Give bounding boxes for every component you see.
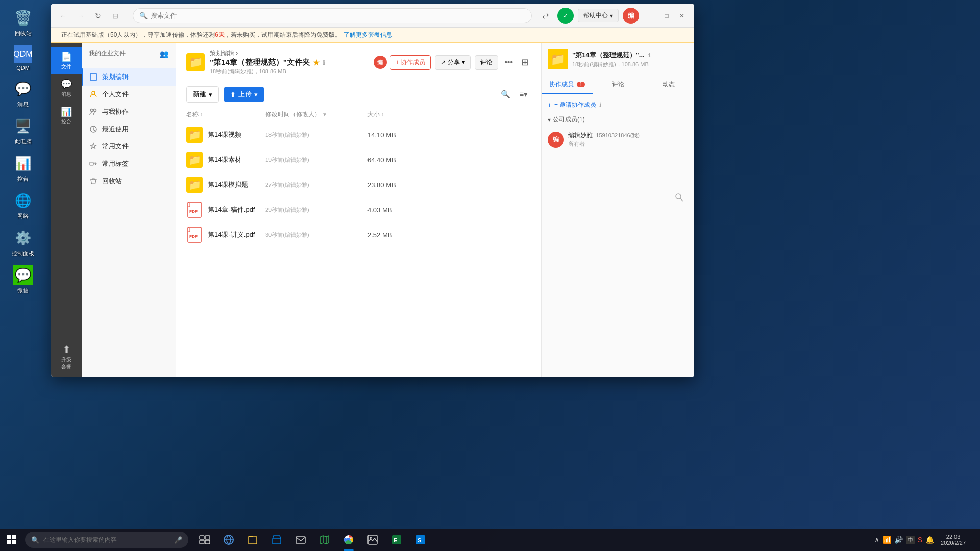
table-row[interactable]: PDF 第14课-讲义.pdf 30秒前(编辑妙雅) 2.52 MB — [176, 222, 541, 247]
nav-item-upgrade[interactable]: ⬆ 升级 套餐 — [51, 340, 82, 377]
nav-item-messages[interactable]: 💬 消息 — [51, 74, 82, 102]
table-row[interactable]: 📁 第14课素材 19秒前(编辑妙雅) 64.40 MB — [176, 147, 541, 172]
close-button[interactable]: ✕ — [675, 9, 689, 23]
rp-info-icon[interactable]: ℹ — [648, 52, 650, 58]
desktop-icon-qdm[interactable]: QDM QDM — [3, 42, 43, 73]
star-icon[interactable]: ★ — [313, 58, 320, 67]
taskbar-app3[interactable]: S — [409, 529, 432, 551]
taskbar-mail[interactable] — [289, 529, 312, 551]
my-company-files[interactable]: 我的企业文件 👥 — [89, 49, 168, 58]
sidebar-item-common[interactable]: 常用文件 — [82, 138, 176, 155]
tray-ime-icon[interactable]: 中 — [906, 536, 915, 544]
add-member-button[interactable]: + 协作成员 — [390, 55, 431, 70]
tray-up-arrow[interactable]: ∧ — [874, 536, 879, 544]
comment-button[interactable]: 评论 — [475, 55, 498, 70]
taskbar-search-input[interactable] — [43, 536, 172, 543]
invite-info-icon[interactable]: ℹ — [599, 102, 601, 108]
col-size-sort[interactable]: ↕ — [381, 112, 384, 117]
taskbar-ie[interactable] — [217, 529, 240, 551]
upload-status-icon[interactable]: ✓ — [557, 8, 574, 24]
rp-tabs: 协作成员 1 评论 动态 — [542, 76, 694, 94]
nav-item-stats[interactable]: 📊 控台 — [51, 102, 82, 130]
sidebar-item-recent[interactable]: 最近使用 — [82, 120, 176, 138]
invite-member-button[interactable]: + + 邀请协作成员 ℹ — [548, 101, 688, 109]
tray-antivirus-icon[interactable]: S — [918, 536, 922, 544]
messages-icon: 💬 — [61, 79, 72, 90]
taskbar-maps[interactable] — [313, 529, 336, 551]
user-avatar[interactable]: 编 — [623, 8, 639, 24]
search-files-button[interactable]: 🔍 — [498, 87, 512, 102]
taskbar-store[interactable] — [265, 529, 288, 551]
file-modified: 19秒前(编辑妙雅) — [265, 156, 368, 164]
forward-button[interactable]: → — [74, 9, 88, 23]
desktop-icon-recycle[interactable]: 🗑️ 回收站 — [3, 5, 43, 40]
personal-icon — [89, 90, 98, 99]
layout-button[interactable]: ⊞ — [519, 55, 531, 70]
upgrade-nav-label: 升级 — [61, 356, 71, 363]
table-row[interactable]: 📁 第14课视频 18秒前(编辑妙雅) 14.10 MB — [176, 122, 541, 147]
mic-icon[interactable]: 🎤 — [174, 536, 182, 544]
file-name-cell: 📁 第14课素材 — [186, 152, 265, 168]
upload-button[interactable]: ⬆ 上传 ▾ — [224, 87, 264, 102]
nav-buttons: ← → ↻ ⊟ — [56, 9, 122, 23]
desktop-icon-message[interactable]: 💬 消息 — [3, 76, 43, 111]
svg-point-2 — [94, 109, 96, 112]
share-button[interactable]: ↗ 分享 ▾ — [435, 55, 471, 70]
tray-notification-icon[interactable]: 🔔 — [925, 536, 934, 544]
home-button[interactable]: ⊟ — [108, 9, 122, 23]
new-label: 新建 — [193, 90, 206, 99]
rp-folder-info: "第14章（整理规范）"... ℹ 18秒前(编辑妙雅)，108.86 MB — [572, 51, 688, 68]
desktop-icon-wechat[interactable]: 💬 微信 — [3, 262, 43, 297]
sidebar-item-collaborate[interactable]: 与我协作 — [82, 103, 176, 120]
tab-activity[interactable]: 动态 — [643, 76, 694, 94]
tab-members-count: 1 — [577, 82, 585, 87]
sync-icon[interactable]: ⇄ — [537, 8, 553, 24]
taskbar-clock[interactable]: 22:03 2020/2/27 — [941, 534, 966, 546]
tab-members[interactable]: 协作成员 1 — [542, 76, 593, 94]
minimize-button[interactable]: ─ — [644, 9, 658, 23]
rp-folder-name: "第14章（整理规范）"... ℹ — [572, 51, 688, 60]
tray-volume-icon[interactable]: 🔊 — [894, 536, 903, 544]
table-row[interactable]: PDF 第14章-稿件.pdf 29秒前(编辑妙雅) 4.03 MB — [176, 197, 541, 222]
control-icon: ⚙️ — [13, 228, 33, 248]
nav-item-files[interactable]: 📄 文件 — [51, 47, 82, 74]
sidebar-item-personal[interactable]: 个人文件 — [82, 86, 176, 103]
desktop-icon-control[interactable]: ⚙️ 控制面板 — [3, 225, 43, 260]
taskbar-task-view[interactable] — [193, 529, 216, 551]
start-button[interactable] — [0, 529, 22, 551]
more-button[interactable]: ••• — [502, 56, 515, 69]
sidebar-item-recycle[interactable]: 回收站 — [82, 172, 176, 190]
tray-network-icon[interactable]: 📶 — [883, 536, 891, 544]
svg-rect-12 — [12, 535, 16, 539]
refresh-button[interactable]: ↻ — [91, 9, 105, 23]
sidebar-item-common-tags[interactable]: 常用标签 — [82, 155, 176, 172]
col-name-sort[interactable]: ↕ — [200, 112, 203, 117]
desktop-icon-network[interactable]: 🌐 网络 — [3, 188, 43, 222]
help-button[interactable]: 帮助中心 ▾ — [578, 9, 619, 22]
maximize-button[interactable]: □ — [659, 9, 674, 23]
info-icon[interactable]: ℹ — [323, 59, 325, 66]
tab-comments[interactable]: 评论 — [593, 76, 644, 94]
view-options-button[interactable]: ≡▾ — [517, 87, 531, 102]
taskbar-explorer[interactable] — [241, 529, 264, 551]
col-modified-sort[interactable]: ▼ — [322, 112, 327, 117]
taskbar-chrome[interactable] — [337, 529, 360, 551]
col-name-label: 名称 — [186, 110, 199, 119]
taskbar-app2[interactable]: E — [385, 529, 408, 551]
sidebar-item-plan-edit[interactable]: 策划编辑 — [82, 68, 176, 86]
back-button[interactable]: ← — [56, 9, 70, 23]
taskbar-app1[interactable] — [361, 529, 384, 551]
pdf-icon: PDF — [186, 202, 203, 218]
show-desktop-button[interactable] — [971, 529, 975, 551]
table-row[interactable]: 📁 第14课模拟题 27秒前(编辑妙雅) 23.80 MB — [176, 172, 541, 197]
members-section[interactable]: ▾ 公司成员(1) — [548, 115, 688, 124]
message-icon: 💬 — [13, 79, 33, 99]
panel-search-icon[interactable] — [675, 193, 684, 204]
desktop-icon-mypc[interactable]: 🖥️ 此电脑 — [3, 113, 43, 148]
search-input[interactable] — [151, 12, 525, 19]
banner-link[interactable]: 了解更多套餐信息 — [344, 31, 393, 39]
new-button[interactable]: 新建 ▾ — [186, 86, 219, 103]
section-label: 公司成员(1) — [553, 115, 585, 124]
desktop-icon-console[interactable]: 📊 控台 — [3, 151, 43, 185]
add-member-avatar-icon: 编 — [374, 56, 387, 69]
